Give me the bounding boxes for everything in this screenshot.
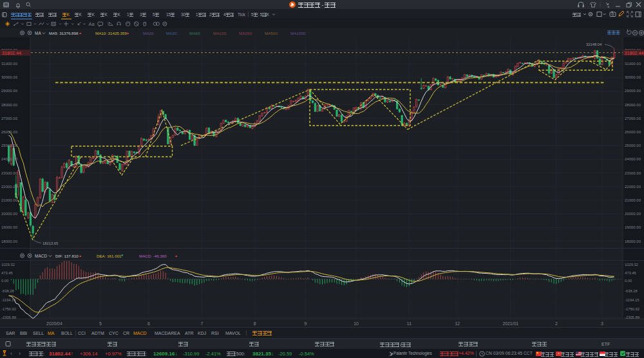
svg-text:-638.28: -638.28 [1,289,14,293]
svg-text:27000.00: 27000.00 [625,117,641,120]
svg-text:MA10: 31425.359: MA10: 31425.359 [95,31,127,35]
svg-text:473.45: 473.45 [625,271,636,275]
svg-text:12: 12 [455,321,460,326]
svg-text:MA: MA [35,31,41,35]
svg-text:20000.00: 20000.00 [625,212,641,216]
svg-text:31000.00: 31000.00 [625,62,641,66]
svg-text:28000.00: 28000.00 [1,103,18,107]
svg-text:21000.00: 21000.00 [1,198,18,202]
svg-text:MA60:: MA60: [189,31,201,35]
svg-text:19000.00: 19000.00 [625,225,641,229]
svg-text:3: 3 [601,321,603,326]
svg-text:MACD: MACD [35,254,47,258]
svg-text:26000.00: 26000.00 [625,130,641,134]
svg-text:5: 5 [99,321,102,326]
svg-text:29000.00: 29000.00 [625,89,641,93]
svg-text:27000.00: 27000.00 [1,117,18,120]
svg-text:MA20:: MA20: [143,31,155,35]
svg-text:28000.00: 28000.00 [625,103,641,107]
svg-text:0.00: 0.00 [625,279,632,283]
svg-text:MA5: 31376.898: MA5: 31376.898 [49,31,79,35]
svg-text:25000.00: 25000.00 [1,144,18,147]
svg-text:29000.00: 29000.00 [1,89,18,93]
svg-text:19000.00: 19000.00 [1,225,18,229]
svg-text:8: 8 [254,321,256,326]
svg-text:18000.00: 18000.00 [1,240,18,243]
svg-text:0.00: 0.00 [1,279,8,283]
svg-text:-2305.89: -2305.89 [625,316,639,319]
svg-text:18213.65: 18213.65 [43,241,58,245]
svg-text:10: 10 [354,321,359,326]
svg-text:6: 6 [147,321,150,326]
svg-text:Aa: Aa [89,21,95,27]
svg-text:24000.00: 24000.00 [625,157,641,161]
svg-text:2021/01: 2021/01 [502,321,518,326]
svg-text:-638.28: -638.28 [625,289,638,293]
svg-text:MACD: -46.380: MACD: -46.380 [139,254,167,258]
svg-text:MA1000:: MA1000: [290,31,307,35]
svg-text:22000.00: 22000.00 [1,185,18,189]
svg-text:2: 2 [555,321,558,326]
svg-text:26000.00: 26000.00 [1,130,18,134]
svg-text:11: 11 [407,321,412,326]
svg-text:20000.00: 20000.00 [1,212,18,216]
svg-text:DIF: 137.810: DIF: 137.810 [55,254,79,258]
svg-text:MA120:: MA120: [213,31,227,35]
svg-text:9: 9 [304,321,307,326]
svg-text:30000.00: 30000.00 [625,75,641,79]
svg-text:31000.00: 31000.00 [1,62,18,66]
svg-text:31802.44: 31802.44 [625,50,644,56]
svg-text:2020/04: 2020/04 [46,321,62,326]
svg-text:-1750.02: -1750.02 [1,307,16,311]
svg-text:23000.00: 23000.00 [625,171,641,175]
svg-text:31802.44: 31802.44 [2,50,21,56]
svg-text:1029.32: 1029.32 [625,263,638,267]
svg-text:MA500:: MA500: [265,31,279,35]
svg-text:-1750.02: -1750.02 [625,307,639,311]
svg-text:473.45: 473.45 [1,271,13,275]
svg-text:30000.00: 30000.00 [1,75,18,79]
svg-text:MA250:: MA250: [239,31,253,35]
svg-text:25000.00: 25000.00 [625,144,641,147]
svg-text:-1194.15: -1194.15 [1,298,15,302]
svg-text:24000.00: 24000.00 [1,157,18,161]
svg-text:22000.00: 22000.00 [625,185,641,189]
svg-text:23000.00: 23000.00 [1,171,18,175]
svg-text:DEA: 161.001: DEA: 161.001 [97,254,122,258]
svg-text:18000.00: 18000.00 [625,240,641,243]
svg-text:MA30:: MA30: [166,31,178,35]
svg-text:21000.00: 21000.00 [625,198,641,202]
svg-text:-2305.89: -2305.89 [1,316,16,319]
svg-text:7: 7 [200,321,203,326]
svg-text:32148.04: 32148.04 [586,42,602,46]
svg-text:1029.32: 1029.32 [1,263,15,267]
svg-text:-1194.15: -1194.15 [625,298,639,302]
